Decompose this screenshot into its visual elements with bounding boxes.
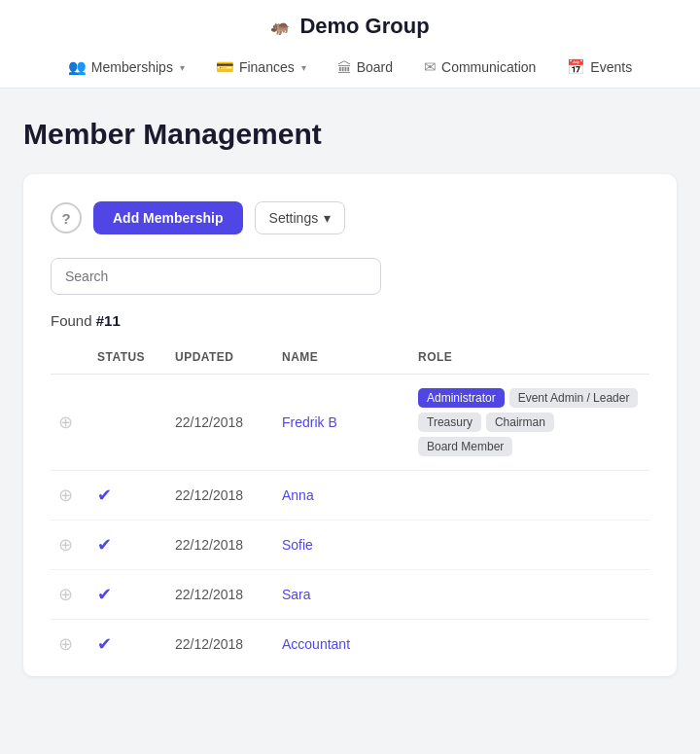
row-updated: 22/12/2018 xyxy=(167,521,274,570)
main-content: Member Management ? Add Membership Setti… xyxy=(0,89,700,705)
member-name-link[interactable]: Accountant xyxy=(282,636,350,652)
memberships-nav-icon: 👥 xyxy=(68,58,87,76)
board-nav-label: Board xyxy=(357,59,393,75)
board-nav-icon: 🏛 xyxy=(337,59,352,76)
col-status-header: STATUS xyxy=(89,341,167,375)
communication-nav-icon: ✉ xyxy=(424,58,437,76)
help-button[interactable]: ? xyxy=(51,202,82,233)
finances-nav-label: Finances xyxy=(239,59,295,75)
member-name-link[interactable]: Anna xyxy=(282,487,314,503)
memberships-chevron-icon: ▾ xyxy=(180,62,185,73)
result-count: 11 xyxy=(104,312,121,329)
header: 🦛 Demo Group 👥 Memberships ▾💳 Finances ▾… xyxy=(0,0,700,89)
add-membership-button[interactable]: Add Membership xyxy=(93,201,243,234)
row-action-icon[interactable]: ⊕ xyxy=(58,585,73,604)
col-role-header: ROLE xyxy=(410,341,649,375)
status-check-icon: ✔ xyxy=(97,535,112,555)
nav-item-finances[interactable]: 💳 Finances ▾ xyxy=(202,49,320,88)
row-updated: 22/12/2018 xyxy=(167,570,274,620)
row-updated: 22/12/2018 xyxy=(167,620,274,669)
badge-administrator: Administrator xyxy=(418,388,505,408)
status-check-icon: ✔ xyxy=(97,585,112,604)
table-row: ⊕✔22/12/2018Sara xyxy=(51,570,649,620)
found-count: Found #11 xyxy=(51,312,649,329)
org-logo: 🦛 xyxy=(270,18,290,36)
table-row: ⊕✔22/12/2018Accountant xyxy=(51,620,649,669)
finances-chevron-icon: ▾ xyxy=(301,62,306,73)
nav-item-board[interactable]: 🏛 Board xyxy=(324,50,406,88)
search-input[interactable] xyxy=(51,258,381,295)
main-nav: 👥 Memberships ▾💳 Finances ▾🏛 Board ✉ Com… xyxy=(0,49,700,88)
member-name-link[interactable]: Sofie xyxy=(282,537,313,553)
org-name: Demo Group xyxy=(299,14,429,39)
nav-item-memberships[interactable]: 👥 Memberships ▾ xyxy=(54,49,198,88)
settings-button[interactable]: Settings ▾ xyxy=(255,201,346,234)
communication-nav-label: Communication xyxy=(441,59,536,75)
search-wrap xyxy=(51,258,649,295)
member-name-link[interactable]: Fredrik B xyxy=(282,414,337,430)
table-row: ⊕22/12/2018Fredrik BAdministratorEvent A… xyxy=(51,375,649,471)
table-row: ⊕✔22/12/2018Sofie xyxy=(51,521,649,570)
member-name-link[interactable]: Sara xyxy=(282,587,311,602)
role-badges: AdministratorEvent Admin / LeaderTreasur… xyxy=(418,388,642,456)
row-updated: 22/12/2018 xyxy=(167,375,274,471)
row-action-icon[interactable]: ⊕ xyxy=(58,634,73,654)
badge-chairman: Chairman xyxy=(486,413,554,432)
table-row: ⊕✔22/12/2018Anna xyxy=(51,471,649,521)
badge-event-admin-/-leader: Event Admin / Leader xyxy=(509,388,639,408)
row-action-icon[interactable]: ⊕ xyxy=(58,413,73,432)
toolbar: ? Add Membership Settings ▾ xyxy=(51,201,649,234)
row-updated: 22/12/2018 xyxy=(167,471,274,521)
status-check-icon: ✔ xyxy=(97,485,112,505)
settings-chevron-icon: ▾ xyxy=(324,210,331,226)
status-check-icon: ✔ xyxy=(97,634,112,654)
member-table: STATUS UPDATED NAME ROLE ⊕22/12/2018Fred… xyxy=(51,341,649,668)
page-title: Member Management xyxy=(23,118,677,151)
col-updated-header: UPDATED xyxy=(167,341,274,375)
member-management-card: ? Add Membership Settings ▾ Found #11 ST… xyxy=(23,174,677,676)
table-body: ⊕22/12/2018Fredrik BAdministratorEvent A… xyxy=(51,375,649,669)
finances-nav-icon: 💳 xyxy=(216,58,234,76)
row-action-icon[interactable]: ⊕ xyxy=(58,535,73,555)
row-action-icon[interactable]: ⊕ xyxy=(58,485,73,505)
badge-treasury: Treasury xyxy=(418,413,481,432)
memberships-nav-label: Memberships xyxy=(91,59,173,75)
badge-board-member: Board Member xyxy=(418,437,512,456)
settings-label: Settings xyxy=(269,210,319,226)
table-header: STATUS UPDATED NAME ROLE xyxy=(51,341,649,375)
col-name-header: NAME xyxy=(274,341,410,375)
nav-item-events[interactable]: 📅 Events xyxy=(553,49,646,88)
col-action-header xyxy=(51,341,89,375)
events-nav-label: Events xyxy=(590,59,632,75)
events-nav-icon: 📅 xyxy=(567,58,585,76)
header-top: 🦛 Demo Group xyxy=(0,0,700,49)
nav-item-communication[interactable]: ✉ Communication xyxy=(410,49,549,88)
